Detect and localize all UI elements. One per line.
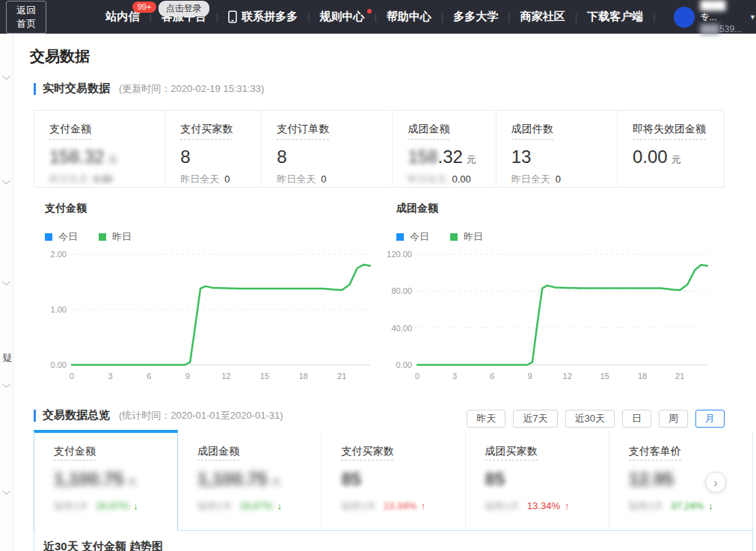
- legend-item-today[interactable]: 今日: [396, 230, 429, 244]
- line-chart-canvas[interactable]: 0.001.002.00036912151821: [39, 245, 379, 384]
- chart-legend: 今日 昨日: [45, 230, 379, 244]
- login-tooltip: 点击登录: [159, 1, 209, 16]
- legend-item-yesterday[interactable]: 昨日: [450, 230, 483, 244]
- chevron-down-icon[interactable]: [1, 179, 11, 185]
- nav-item-service-platform[interactable]: 点击登录 客服平台: [152, 0, 216, 34]
- nav-item-label: 多多大学: [453, 10, 498, 24]
- tab-group-buyers[interactable]: 成团买家数 85 较前1月13.34%: [466, 430, 609, 531]
- metric-label[interactable]: 成团买家数: [485, 445, 538, 461]
- svg-text:18: 18: [298, 372, 307, 381]
- nav-item-label: 规则中心: [320, 10, 365, 24]
- chevron-down-icon[interactable]: [1, 383, 11, 389]
- metric-value: 12.95: [629, 469, 674, 489]
- section-accent-bar: [34, 83, 36, 95]
- range-month-button[interactable]: 月: [695, 410, 725, 428]
- nav-item-rules-center[interactable]: 规则中心: [310, 0, 375, 34]
- back-home-button[interactable]: 返回首页: [6, 1, 46, 34]
- range-day-button[interactable]: 日: [622, 410, 651, 428]
- stat-value: 158.32: [49, 147, 104, 167]
- legend-label: 今日: [410, 230, 429, 244]
- legend-swatch: [99, 233, 106, 241]
- overview-metric-tabs: 支付金额 1,100.75元 较前1月28.67% 成团金额 1,100.75元…: [34, 430, 753, 531]
- chevron-down-icon: ▼: [749, 13, 756, 21]
- stat-pay-amount: 支付金额 158.32元 昨日全天0.00: [34, 111, 165, 187]
- navbar-menu: 99+ 站内信 | 点击登录 客服平台 | 联系拼多多 | 规则中心 | 帮助中…: [96, 0, 655, 34]
- compare-label: 较前1月: [629, 500, 663, 511]
- line-chart-canvas[interactable]: 0.0040.0080.00120.00036912151821: [387, 245, 716, 384]
- tab-pay-buyers[interactable]: 支付买家数 85 较前1月13.34%: [322, 430, 465, 531]
- stat-label[interactable]: 成团金额: [408, 123, 449, 140]
- tab-pay-unit-price[interactable]: 支付客单价 12.95 较前1月37.24%: [609, 430, 753, 531]
- chart-title: 成团金额: [396, 202, 716, 215]
- help-question-label[interactable]: 疑: [2, 351, 12, 365]
- nav-item-download-client[interactable]: 下载客户端: [577, 0, 653, 34]
- nav-item-inbox[interactable]: 99+ 站内信: [96, 0, 149, 34]
- chart-title: 支付金额: [45, 202, 379, 215]
- chevron-down-icon[interactable]: [1, 75, 11, 81]
- metric-value: 1,100.75: [197, 469, 267, 489]
- chevron-down-icon[interactable]: [1, 490, 11, 496]
- carousel-next-button[interactable]: ›: [705, 472, 726, 493]
- metric-label[interactable]: 成团金额: [197, 445, 239, 461]
- compare-label: 较前1月: [197, 500, 232, 511]
- realtime-stats-panel: 支付金额 158.32元 昨日全天0.00 支付买家数 8 昨日全天0 支付订单…: [34, 110, 725, 188]
- svg-text:1.00: 1.00: [51, 305, 67, 314]
- stat-value-visible: .32: [437, 147, 462, 167]
- stat-pay-buyers: 支付买家数 8 昨日全天0: [165, 111, 262, 187]
- nav-item-label: 联系拼多多: [242, 10, 298, 24]
- stat-label[interactable]: 成团件数: [511, 123, 553, 140]
- metric-label[interactable]: 支付客单价: [629, 445, 681, 461]
- metric-unit: 元: [271, 476, 281, 487]
- nav-item-merchant-community[interactable]: 商家社区: [511, 0, 575, 34]
- user-account-menu[interactable]: ████专... ███539... ▼: [674, 0, 756, 35]
- tab-group-amount[interactable]: 成团金额 1,100.75元 较前1月28.67%: [178, 430, 322, 531]
- section-title: 交易数据总览: [43, 408, 110, 422]
- metric-label[interactable]: 支付金额: [54, 445, 96, 461]
- stat-expiring-group-amount: 即将失效团金额 0.00元: [618, 111, 724, 187]
- tab-pay-amount[interactable]: 支付金额 1,100.75元 较前1月28.67%: [34, 430, 178, 531]
- compare-percent: 37.24%: [671, 500, 704, 511]
- stat-label[interactable]: 支付金额: [49, 123, 91, 140]
- stat-label[interactable]: 即将失效团金额: [633, 123, 706, 140]
- compare-percent: 13.34%: [384, 500, 417, 511]
- stat-label[interactable]: 支付订单数: [277, 123, 329, 140]
- svg-text:15: 15: [600, 372, 609, 381]
- legend-item-yesterday[interactable]: 昨日: [99, 230, 132, 244]
- range-30days-button[interactable]: 近30天: [565, 410, 615, 428]
- update-time: (更新时间：2020-02-19 15:31:33): [119, 82, 264, 96]
- nav-item-label: 帮助中心: [387, 10, 431, 24]
- svg-text:18: 18: [638, 372, 647, 381]
- metric-label[interactable]: 支付买家数: [341, 445, 393, 461]
- stat-yesterday: 昨日全天0: [511, 173, 617, 186]
- compare-percent: 28.67%: [96, 500, 129, 511]
- page-title: 交易数据: [30, 46, 90, 67]
- range-7days-button[interactable]: 近7天: [513, 410, 557, 428]
- avatar: [674, 7, 695, 28]
- legend-label: 昨日: [464, 230, 483, 244]
- range-week-button[interactable]: 周: [659, 410, 688, 428]
- legend-item-today[interactable]: 今日: [45, 230, 78, 244]
- svg-text:21: 21: [337, 372, 346, 381]
- svg-text:6: 6: [490, 372, 494, 381]
- nav-item-label: 下载客户端: [587, 10, 643, 24]
- notification-dot: [367, 9, 372, 13]
- nav-item-contact-pdd[interactable]: 联系拼多多: [218, 0, 307, 34]
- stat-label[interactable]: 支付买家数: [180, 123, 233, 140]
- compare-percent: 13.34%: [527, 500, 560, 511]
- nav-item-duoduo-university[interactable]: 多多大学: [443, 0, 508, 34]
- range-yesterday-button[interactable]: 昨天: [467, 410, 505, 428]
- nav-item-label: 商家社区: [520, 10, 565, 24]
- svg-text:3: 3: [452, 372, 457, 381]
- chevron-down-icon[interactable]: [1, 280, 11, 286]
- nav-item-help-center[interactable]: 帮助中心: [377, 0, 441, 34]
- svg-text:40.00: 40.00: [391, 324, 412, 333]
- svg-text:6: 6: [147, 372, 151, 381]
- section-accent-bar: [34, 410, 36, 422]
- trend-down-icon: [277, 500, 283, 511]
- svg-text:0.00: 0.00: [51, 360, 67, 369]
- stat-yesterday: 昨日全天0.00: [49, 173, 165, 186]
- phone-icon: [228, 10, 237, 23]
- legend-swatch: [45, 233, 52, 241]
- svg-text:3: 3: [108, 372, 113, 381]
- svg-text:21: 21: [675, 372, 684, 381]
